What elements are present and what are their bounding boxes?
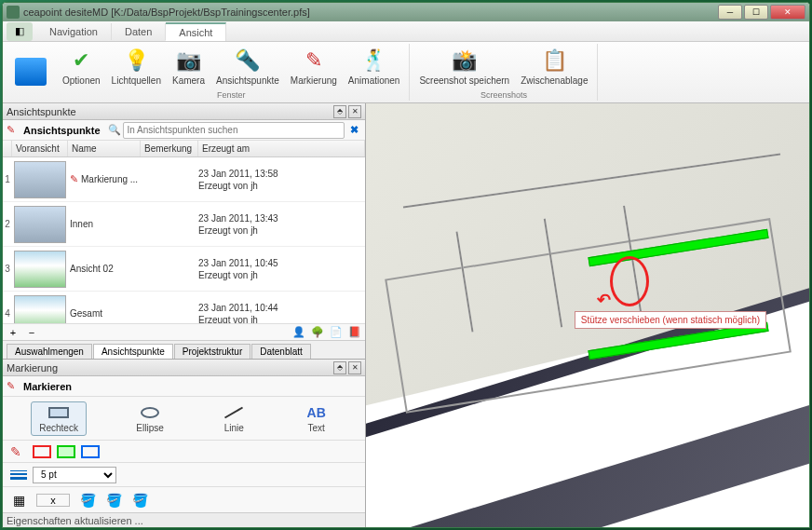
row-date: 23 Jan 2011, 13:58Erzeugt von jh xyxy=(198,168,365,192)
viewpoints-title: Ansichtspunkte xyxy=(23,125,101,136)
window-controls: ─ ☐ ✕ xyxy=(718,5,805,20)
ansichtspunkte-button[interactable]: 🔦 Ansichtspunkte xyxy=(210,44,285,89)
panel-pin-button[interactable]: ⬘ xyxy=(333,105,346,118)
tree-icon[interactable]: 🌳 xyxy=(311,326,324,339)
bottom-tabs: Auswahlmengen Ansichtspunkte Projektstru… xyxy=(3,340,365,359)
bucket-green[interactable]: 🪣 xyxy=(105,492,122,509)
clear-button[interactable]: x xyxy=(36,494,70,507)
main-area: Ansichtspunkte ⬘ ✕ ✎ Ansichtspunkte 🔍 ✖ … xyxy=(3,103,809,527)
shape-ellipse[interactable]: Ellipse xyxy=(128,401,171,436)
ribbon-group-screenshots: Screenshots xyxy=(413,89,593,101)
pencil-icon: ✎ xyxy=(301,48,327,74)
pencil-icon: ✎ xyxy=(7,380,20,393)
row-index: 1 xyxy=(3,174,12,184)
search-input[interactable] xyxy=(123,122,345,139)
menubar: ◧ Navigation Daten Ansicht xyxy=(3,21,809,42)
stroke-width-icon xyxy=(10,470,27,480)
pencil-icon: ✎ xyxy=(7,124,20,137)
bucket-red[interactable]: 🪣 xyxy=(79,492,96,509)
close-button[interactable]: ✕ xyxy=(770,5,805,20)
ribbon-toolbar: ✔ Optionen 💡 Lichtquellen 📷 Kamera 🔦 Ans… xyxy=(3,42,809,103)
minimize-button[interactable]: ─ xyxy=(718,5,742,20)
checkmark-icon: ✔ xyxy=(68,48,94,74)
add-button[interactable]: + xyxy=(7,326,20,339)
lightbulb-icon: 💡 xyxy=(123,48,149,74)
panel-close-button[interactable]: ✕ xyxy=(348,361,361,374)
maximize-button[interactable]: ☐ xyxy=(744,5,768,20)
red-arrow-markup[interactable]: ↶ xyxy=(597,290,611,310)
viewpoints-table-header: Voransicht Name Bemerkung Erzeugt am xyxy=(3,141,365,157)
animationen-button[interactable]: 🕺 Animationen xyxy=(343,44,406,89)
zwischenablage-button[interactable]: 📋 Zwischenablage xyxy=(515,44,593,89)
row-index: 3 xyxy=(3,264,12,274)
row-date: 23 Jan 2011, 10:45Erzeugt von jh xyxy=(198,257,365,281)
row-name: Ansicht 02 xyxy=(68,264,141,274)
lichtquellen-button[interactable]: 💡 Lichtquellen xyxy=(106,44,167,89)
tab-ansichtspunkte[interactable]: Ansichtspunkte xyxy=(93,344,173,359)
table-row[interactable]: 3Ansicht 0223 Jan 2011, 10:45Erzeugt von… xyxy=(3,247,365,292)
red-ellipse-markup[interactable] xyxy=(610,256,649,306)
thumbnail xyxy=(14,251,66,288)
table-row[interactable]: 2Innen23 Jan 2011, 13:43Erzeugt von jh xyxy=(3,202,365,247)
viewpoints-toolbar: + − 👤 🌳 📄 📕 xyxy=(3,323,365,340)
monitor-icon xyxy=(15,58,47,86)
ribbon-group-fenster: Fenster xyxy=(57,89,405,101)
titlebar: ceapoint desiteMD [K:/Data/BspProjekt/Bs… xyxy=(3,3,809,21)
thumbnail xyxy=(14,295,66,324)
shape-rechteck[interactable]: Rechteck xyxy=(31,401,87,436)
row-date: 23 Jan 2011, 13:43Erzeugt von jh xyxy=(198,212,365,237)
tab-projektstruktur[interactable]: Projektstruktur xyxy=(174,344,250,359)
col-voransicht[interactable]: Voransicht xyxy=(12,141,68,156)
kamera-button[interactable]: 📷 Kamera xyxy=(167,44,210,89)
markierung-button[interactable]: ✎ Markierung xyxy=(285,44,343,89)
bucket-blue[interactable]: 🪣 xyxy=(131,492,148,509)
tab-ansicht[interactable]: Ansicht xyxy=(166,22,226,41)
camera-icon: 📷 xyxy=(175,48,201,74)
shape-linie[interactable]: Linie xyxy=(213,401,254,436)
optionen-button[interactable]: ✔ Optionen xyxy=(57,44,106,89)
window-title: ceapoint desiteMD [K:/Data/BspProjekt/Bs… xyxy=(23,7,718,18)
animation-icon: 🕺 xyxy=(361,48,387,74)
color-red[interactable] xyxy=(33,445,51,458)
panel-pin-button[interactable]: ⬘ xyxy=(333,361,346,374)
row-name: Gesamt xyxy=(68,308,141,319)
col-erzeugt[interactable]: Erzeugt am xyxy=(198,141,365,156)
table-row[interactable]: 1✎Markierung ...23 Jan 2011, 13:58Erzeug… xyxy=(3,157,365,202)
tab-navigation[interactable]: Navigation xyxy=(36,23,112,40)
pdf-icon[interactable]: 📕 xyxy=(348,326,361,339)
tab-datenblatt[interactable]: Datenblatt xyxy=(251,344,311,359)
person-icon[interactable]: 👤 xyxy=(292,326,305,339)
color-green[interactable] xyxy=(57,445,75,458)
monitor-button[interactable] xyxy=(8,44,53,101)
ellipse-icon xyxy=(138,404,162,421)
fill-icon: ▦ xyxy=(10,492,27,509)
row-date: 23 Jan 2011, 10:44Erzeugt von jh xyxy=(198,302,365,324)
tab-auswahlmengen[interactable]: Auswahlmengen xyxy=(7,344,92,359)
status-bar: Eigenschaften aktualisieren ... xyxy=(3,512,365,527)
col-name[interactable]: Name xyxy=(68,141,141,156)
viewpoints-title-row: ✎ Ansichtspunkte 🔍 ✖ xyxy=(3,120,365,141)
camera-save-icon: 📸 xyxy=(452,48,478,74)
stroke-row: 5 pt xyxy=(3,462,365,486)
home-tab-icon[interactable]: ◧ xyxy=(7,22,33,41)
flashlight-icon: 🔦 xyxy=(235,48,261,74)
screenshot-button[interactable]: 📸 Screenshot speichern xyxy=(413,44,515,89)
annotation-label[interactable]: Stütze verschieben (wenn statisch möglic… xyxy=(575,311,766,329)
left-panel: Ansichtspunkte ⬘ ✕ ✎ Ansichtspunkte 🔍 ✖ … xyxy=(3,103,366,527)
shape-text[interactable]: AB Text xyxy=(296,401,337,436)
viewpoints-list[interactable]: 1✎Markierung ...23 Jan 2011, 13:58Erzeug… xyxy=(3,157,365,323)
col-bemerkung[interactable]: Bemerkung xyxy=(141,141,198,156)
clipboard-icon: 📋 xyxy=(541,48,567,74)
search-clear-button[interactable]: ✖ xyxy=(346,123,361,138)
stroke-width-select[interactable]: 5 pt xyxy=(33,467,116,483)
remove-button[interactable]: − xyxy=(25,326,38,339)
3d-viewport[interactable]: ↶ Stütze verschieben (wenn statisch mögl… xyxy=(366,103,809,527)
markierung-panel-header: Markierung ⬘ ✕ xyxy=(3,360,365,376)
color-blue[interactable] xyxy=(81,445,100,458)
export-icon[interactable]: 📄 xyxy=(330,326,343,339)
tab-daten[interactable]: Daten xyxy=(112,23,166,40)
panel-close-button[interactable]: ✕ xyxy=(348,105,361,118)
table-row[interactable]: 4Gesamt23 Jan 2011, 10:44Erzeugt von jh xyxy=(3,292,365,323)
app-icon xyxy=(7,6,20,19)
markierung-title: Markieren xyxy=(23,381,72,392)
